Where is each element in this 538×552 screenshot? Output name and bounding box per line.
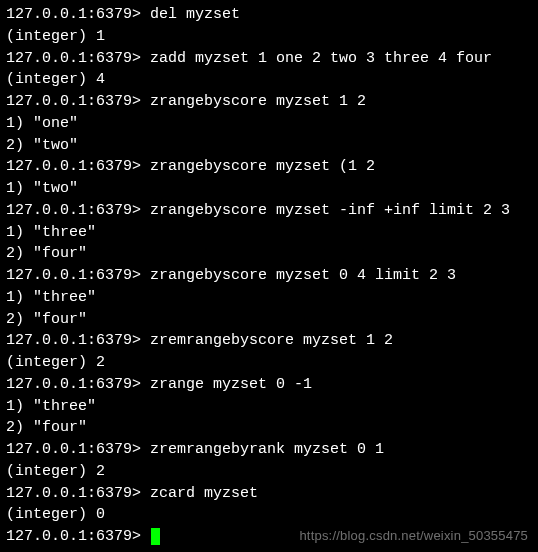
output-line: 1) "three" (6, 222, 532, 244)
command-text: zrangebyscore myzset -inf +inf limit 2 3 (150, 202, 510, 219)
output-line: 1) "three" (6, 396, 532, 418)
watermark-text: https://blog.csdn.net/weixin_50355475 (299, 527, 528, 546)
prompt: 127.0.0.1:6379> (6, 332, 150, 349)
output-line: (integer) 2 (6, 461, 532, 483)
command-text: zremrangebyscore myzset 1 2 (150, 332, 393, 349)
command-text: zrangebyscore myzset (1 2 (150, 158, 375, 175)
command-line: 127.0.0.1:6379> zrange myzset 0 -1 (6, 374, 532, 396)
command-text: zrange myzset 0 -1 (150, 376, 312, 393)
prompt: 127.0.0.1:6379> (6, 267, 150, 284)
command-line: 127.0.0.1:6379> zrangebyscore myzset -in… (6, 200, 532, 222)
cursor-icon (151, 528, 160, 545)
output-line: 2) "four" (6, 309, 532, 331)
output-line: 2) "two" (6, 135, 532, 157)
output-line: (integer) 4 (6, 69, 532, 91)
prompt: 127.0.0.1:6379> (6, 6, 150, 23)
prompt: 127.0.0.1:6379> (6, 202, 150, 219)
prompt: 127.0.0.1:6379> (6, 376, 150, 393)
output-line: 2) "four" (6, 243, 532, 265)
command-line: 127.0.0.1:6379> del myzset (6, 4, 532, 26)
command-line: 127.0.0.1:6379> zrangebyscore myzset 0 4… (6, 265, 532, 287)
command-line: 127.0.0.1:6379> zrangebyscore myzset 1 2 (6, 91, 532, 113)
command-line: 127.0.0.1:6379> zrangebyscore myzset (1 … (6, 156, 532, 178)
command-line: 127.0.0.1:6379> zadd myzset 1 one 2 two … (6, 48, 532, 70)
command-text: del myzset (150, 6, 240, 23)
command-line: 127.0.0.1:6379> zremrangebyrank myzset 0… (6, 439, 532, 461)
command-line: 127.0.0.1:6379> zcard myzset (6, 483, 532, 505)
output-line: 1) "three" (6, 287, 532, 309)
command-text: zadd myzset 1 one 2 two 3 three 4 four (150, 50, 492, 67)
prompt: 127.0.0.1:6379> (6, 441, 150, 458)
command-text: zrangebyscore myzset 1 2 (150, 93, 366, 110)
prompt: 127.0.0.1:6379> (6, 93, 150, 110)
terminal-output[interactable]: 127.0.0.1:6379> del myzset(integer) 1127… (6, 4, 532, 548)
output-line: 2) "four" (6, 417, 532, 439)
prompt: 127.0.0.1:6379> (6, 528, 150, 545)
prompt: 127.0.0.1:6379> (6, 485, 150, 502)
output-line: 1) "two" (6, 178, 532, 200)
prompt: 127.0.0.1:6379> (6, 158, 150, 175)
command-text: zrangebyscore myzset 0 4 limit 2 3 (150, 267, 456, 284)
command-line: 127.0.0.1:6379> zremrangebyscore myzset … (6, 330, 532, 352)
prompt: 127.0.0.1:6379> (6, 50, 150, 67)
output-line: (integer) 2 (6, 352, 532, 374)
command-text: zremrangebyrank myzset 0 1 (150, 441, 384, 458)
output-line: (integer) 1 (6, 26, 532, 48)
command-text: zcard myzset (150, 485, 258, 502)
output-line: (integer) 0 (6, 504, 532, 526)
output-line: 1) "one" (6, 113, 532, 135)
